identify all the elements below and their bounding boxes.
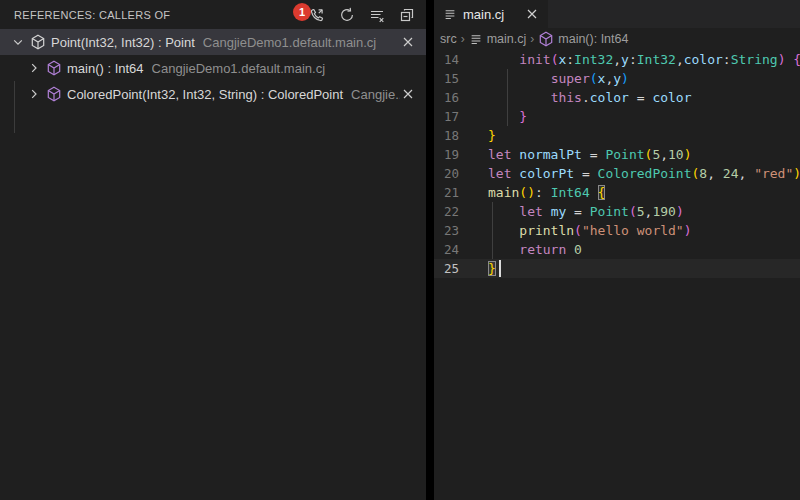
code-line[interactable]: 21main(): Int64 { [434, 183, 800, 202]
line-number[interactable]: 20 [434, 164, 459, 183]
code-token: 5 [637, 204, 645, 219]
line-number[interactable]: 23 [434, 221, 459, 240]
breadcrumb: src›main.cj›main(): Int64 [434, 28, 800, 50]
code-token: color [684, 52, 723, 67]
code-token: : [566, 52, 574, 67]
code-token [590, 185, 598, 200]
close-icon[interactable] [400, 86, 416, 102]
close-icon[interactable] [400, 34, 416, 50]
breadcrumb-item[interactable]: main.cj [469, 32, 527, 46]
code-token: color [590, 90, 629, 105]
code-token: ( [590, 71, 598, 86]
code-token [543, 204, 551, 219]
code-token: ( [629, 204, 637, 219]
tree-row-label: ColoredPoint(Int32, Int32, String) : Col… [67, 87, 343, 102]
code-line[interactable]: 16 this.color = color [434, 88, 800, 107]
code-line[interactable]: 19let normalPt = Point(5,10) [434, 145, 800, 164]
line-number[interactable]: 21 [434, 183, 459, 202]
code-token: Int32 [574, 52, 613, 67]
reference-count-badge: 1 [293, 3, 311, 21]
code-line[interactable]: 15 super(x,y) [434, 69, 800, 88]
line-number[interactable]: 22 [434, 202, 459, 221]
tree-row[interactable]: main() : Int64CangjieDemo1.default.main.… [0, 55, 426, 81]
collapse-all-button[interactable] [398, 6, 416, 24]
code-token: { [598, 185, 606, 200]
code-line[interactable]: 22 let my = Point(5,190) [434, 202, 800, 221]
panel-resize-sash[interactable] [426, 0, 434, 500]
code-token: ) [684, 147, 692, 162]
tab-main-cj[interactable]: main.cj [434, 0, 548, 28]
indent-guide [507, 69, 508, 88]
line-number[interactable]: 15 [434, 69, 459, 88]
clear-all-button[interactable] [368, 6, 386, 24]
code-token: , [738, 166, 754, 181]
code-token: ) [676, 204, 684, 219]
editor-group: main.cj src›main.cj›main(): Int64 14 ini… [434, 0, 800, 500]
code-token: , [676, 52, 684, 67]
tree-row[interactable]: ColoredPoint(Int32, Int32, String) : Col… [0, 81, 426, 107]
file-icon [469, 32, 483, 46]
tree-row-description: Cangjie... [351, 87, 400, 102]
code-token: let [488, 166, 511, 181]
indent-guide [492, 202, 493, 221]
chevron-right-icon[interactable] [26, 86, 42, 102]
line-number[interactable]: 17 [434, 107, 459, 126]
code-token: init [519, 52, 550, 67]
symbol-method-icon [46, 60, 62, 76]
breadcrumb-item-label: src [440, 32, 457, 46]
tree-row-label: main() : Int64 [67, 61, 144, 76]
code-token [488, 52, 519, 67]
references-panel: REFERENCES: CALLERS OF 1 Point(Int32, In… [0, 0, 426, 500]
breadcrumb-item[interactable]: main(): Int64 [538, 31, 628, 47]
indent-guide [492, 240, 493, 259]
code-token: = [629, 90, 652, 105]
chevron-down-icon[interactable] [10, 34, 26, 50]
code-line[interactable]: 20let colorPt = ColoredPoint(8, 24, "red… [434, 164, 800, 183]
code-token: = [566, 204, 589, 219]
code-token: "hello world" [582, 223, 684, 238]
refresh-icon [339, 7, 355, 23]
tree-indent-guide [14, 81, 15, 133]
code-token: ) [527, 185, 535, 200]
tab-label: main.cj [463, 7, 504, 22]
refresh-button[interactable] [338, 6, 356, 24]
code-token: : [629, 52, 637, 67]
code-token: return [519, 242, 566, 257]
line-number[interactable]: 25 [434, 259, 459, 278]
line-number[interactable]: 16 [434, 88, 459, 107]
code-token: ( [574, 223, 582, 238]
code-token: my [551, 204, 567, 219]
code-line[interactable]: 24 return 0 [434, 240, 800, 259]
symbol-method-icon [538, 31, 554, 47]
tree-row[interactable]: Point(Int32, Int32) : PointCangjieDemo1.… [0, 29, 426, 55]
code-token: y [613, 71, 621, 86]
line-number[interactable]: 24 [434, 240, 459, 259]
code-token: let [519, 204, 542, 219]
code-token: colorPt [519, 166, 574, 181]
references-panel-title: REFERENCES: CALLERS OF [14, 9, 170, 21]
code-token: : [535, 185, 551, 200]
code-line[interactable]: 14 init(x:Int32,y:Int32,color:String) { [434, 50, 800, 69]
call-outgoing-button[interactable]: 1 [308, 6, 326, 24]
code-token: } [488, 128, 496, 143]
code-line[interactable]: 23 println("hello world") [434, 221, 800, 240]
code-token: 24 [723, 166, 739, 181]
code-editor[interactable]: 14 init(x:Int32,y:Int32,color:String) {1… [434, 50, 800, 500]
indent-guide [507, 107, 508, 126]
line-number[interactable]: 19 [434, 145, 459, 164]
code-token: println [519, 223, 574, 238]
line-number[interactable]: 18 [434, 126, 459, 145]
breadcrumb-item-label: main.cj [487, 32, 527, 46]
code-line[interactable]: 18} [434, 126, 800, 145]
close-icon[interactable] [524, 6, 540, 22]
breadcrumb-item[interactable]: src [440, 32, 457, 46]
code-line[interactable]: 25} [434, 259, 800, 278]
code-token: normalPt [519, 147, 582, 162]
code-line[interactable]: 17 } [434, 107, 800, 126]
code-token: super [551, 71, 590, 86]
chevron-right-icon[interactable] [26, 60, 42, 76]
code-token: ) [621, 71, 629, 86]
line-number[interactable]: 14 [434, 50, 459, 69]
code-token: 0 [574, 242, 582, 257]
code-token: let [488, 147, 511, 162]
